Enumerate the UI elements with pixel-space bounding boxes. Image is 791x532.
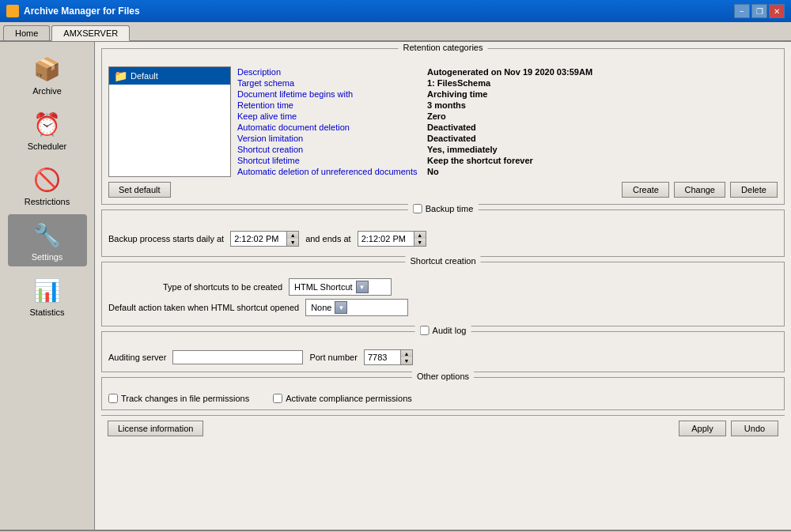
title-bar-text: Archive Manager for Files (6, 5, 140, 17)
title-bar-controls: − ❐ ✕ (734, 4, 785, 18)
backup-start-up-button[interactable]: ▲ (287, 232, 298, 239)
retention-item-label: Default (131, 71, 158, 81)
activate-compliance-text: Activate compliance permissions (286, 394, 412, 403)
detail-row-7: Shortcut creation Yes, immediately (237, 144, 778, 155)
detail-value-8: Keep the shortcut forever (427, 156, 533, 165)
content-area: Retention categories 📁 Default Set defau… (95, 42, 791, 530)
close-button[interactable]: ✕ (769, 4, 785, 18)
statistics-icon: 📊 (32, 274, 63, 306)
restrictions-icon: 🚫 (32, 164, 63, 195)
shortcut-section: Shortcut creation Type of shortcuts to b… (101, 262, 785, 326)
other-options-title: Other options (412, 372, 474, 381)
backup-end-up-button[interactable]: ▲ (414, 232, 426, 239)
options-row: Track changes in file permissions Activa… (108, 394, 778, 403)
retention-content: 📁 Default Set default Description Autoge… (108, 66, 778, 198)
shortcut-action-dropdown[interactable]: None ▼ (305, 299, 408, 316)
activate-compliance-label[interactable]: Activate compliance permissions (273, 394, 412, 403)
backup-row: Backup process starts daily at ▲ ▼ and e… (108, 228, 778, 250)
folder-icon: 📁 (114, 70, 127, 82)
backup-end-down-button[interactable]: ▼ (414, 239, 426, 246)
backup-start-spin: ▲ ▼ (286, 232, 298, 246)
backup-checkbox-label[interactable]: Backup time (413, 204, 474, 213)
detail-label-2: Document lifetime begins with (237, 89, 427, 99)
create-button[interactable]: Create (622, 182, 669, 198)
backup-checkbox[interactable] (413, 204, 422, 213)
set-default-area: Set default (108, 182, 231, 198)
sidebar-item-settings[interactable]: 🔧 Settings (8, 214, 87, 266)
sidebar-item-scheduler[interactable]: ⏰ Scheduler (8, 104, 87, 156)
auditing-server-input[interactable] (172, 350, 303, 364)
detail-value-6: Deactivated (427, 134, 476, 143)
backup-end-time-input[interactable] (358, 232, 414, 246)
backup-start-time-input[interactable] (231, 232, 286, 246)
change-button[interactable]: Change (674, 182, 725, 198)
port-label: Port number (309, 353, 358, 362)
sidebar-item-archive[interactable]: 📦 Archive (8, 48, 87, 100)
detail-row-3: Retention time 3 months (237, 100, 778, 111)
track-changes-label[interactable]: Track changes in file permissions (108, 394, 249, 403)
detail-value-5: Deactivated (427, 123, 476, 132)
auditing-server-label: Auditing server (108, 353, 166, 362)
backup-end-time-group: ▲ ▼ (358, 231, 426, 247)
settings-icon: 🔧 (32, 219, 63, 251)
minimize-button[interactable]: − (734, 4, 750, 18)
restore-button[interactable]: ❐ (751, 4, 767, 18)
backup-start-down-button[interactable]: ▼ (287, 239, 298, 246)
port-down-button[interactable]: ▼ (401, 357, 412, 364)
shortcut-action-row: Default action taken when HTML shortcut … (108, 299, 778, 316)
activate-compliance-checkbox[interactable] (273, 394, 282, 403)
shortcut-action-label: Default action taken when HTML shortcut … (108, 303, 299, 312)
license-info-button[interactable]: License information (108, 421, 203, 436)
apply-button[interactable]: Apply (679, 421, 726, 436)
port-input[interactable] (365, 350, 400, 364)
audit-checkbox[interactable] (420, 326, 430, 335)
sidebar-item-restrictions[interactable]: 🚫 Restrictions (8, 159, 87, 211)
top-tab-bar: Home AMXSERVER (0, 22, 791, 42)
port-input-group: ▲ ▼ (364, 349, 413, 365)
sidebar-label-archive: Archive (32, 86, 62, 96)
audit-title: Audit log (415, 326, 471, 335)
detail-label-4: Keep alive time (237, 111, 427, 121)
sidebar-label-statistics: Statistics (29, 308, 64, 317)
audit-row: Auditing server Port number ▲ ▼ (108, 349, 778, 365)
backup-end-spin: ▲ ▼ (414, 232, 426, 246)
sidebar-label-restrictions: Restrictions (25, 197, 70, 206)
track-changes-text: Track changes in file permissions (121, 394, 249, 403)
shortcut-type-dropdown[interactable]: HTML Shortcut ▼ (289, 278, 392, 296)
detail-value-0: Autogenerated on Nov 19 2020 03:59AM (427, 67, 592, 77)
audit-checkbox-label[interactable]: Audit log (420, 326, 467, 335)
detail-label-3: Retention time (237, 100, 427, 110)
detail-row-1: Target schema 1: FilesSchema (237, 77, 778, 89)
shortcut-type-value: HTML Shortcut (294, 282, 353, 292)
retention-item-default[interactable]: 📁 Default (109, 67, 230, 85)
port-up-button[interactable]: ▲ (401, 350, 412, 357)
detail-label-9: Automatic deletion of unreferenced docum… (237, 167, 427, 176)
backup-title: Backup time (408, 204, 479, 213)
track-changes-checkbox[interactable] (108, 394, 118, 403)
port-spin: ▲ ▼ (400, 350, 412, 364)
detail-value-1: 1: FilesSchema (427, 78, 490, 88)
tab-home[interactable]: Home (3, 25, 50, 40)
detail-value-9: No (427, 167, 439, 176)
detail-row-8: Shortcut lifetime Keep the shortcut fore… (237, 155, 778, 166)
tab-amxserver[interactable]: AMXSERVER (51, 25, 130, 41)
detail-value-7: Yes, immediately (427, 145, 498, 154)
retention-btn-area: Create Change Delete (237, 182, 778, 198)
retention-section: Retention categories 📁 Default Set defau… (101, 48, 785, 205)
other-options-section: Other options Track changes in file perm… (101, 377, 785, 410)
undo-button[interactable]: Undo (731, 421, 778, 436)
detail-label-5: Automatic document deletion (237, 123, 427, 132)
delete-button[interactable]: Delete (730, 182, 778, 198)
sidebar-item-statistics[interactable]: 📊 Statistics (8, 270, 87, 322)
detail-row-9: Automatic deletion of unreferenced docum… (237, 166, 778, 177)
detail-row-5: Automatic document deletion Deactivated (237, 122, 778, 133)
set-default-button[interactable]: Set default (108, 182, 171, 198)
shortcut-title: Shortcut creation (405, 256, 480, 266)
shortcut-type-row: Type of shortcuts to be created HTML Sho… (108, 278, 778, 296)
app-icon (6, 5, 19, 17)
archive-icon: 📦 (32, 53, 63, 85)
main-layout: 📦 Archive ⏰ Scheduler 🚫 Restrictions 🔧 S… (0, 42, 791, 530)
retention-title: Retention categories (399, 43, 488, 52)
bottom-right-buttons: Apply Undo (679, 421, 778, 436)
shortcut-type-arrow: ▼ (356, 281, 369, 293)
